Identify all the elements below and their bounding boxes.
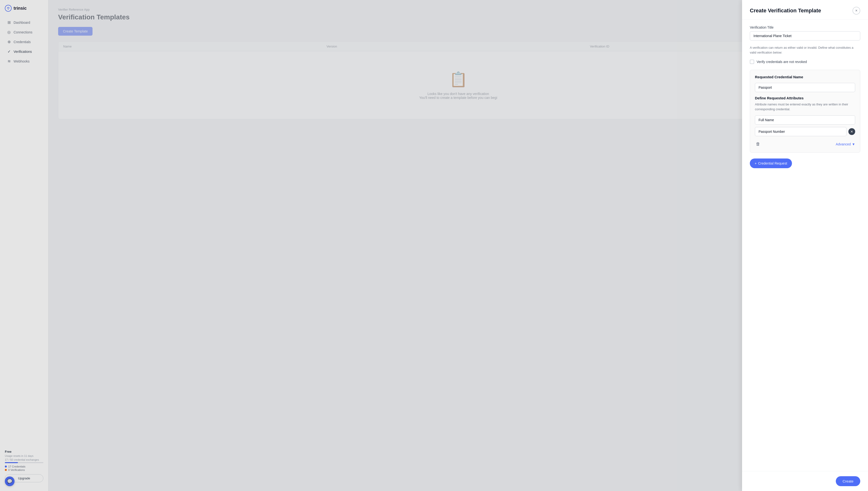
- attribute-row-passport: ✕: [755, 127, 855, 136]
- create-verification-drawer: Create Verification Template × Verificat…: [742, 0, 868, 491]
- drawer-header: Create Verification Template ×: [742, 0, 868, 20]
- verification-title-label: Verification Title: [750, 25, 860, 29]
- credential-card-footer: 🗑 Advanced ▼: [755, 139, 855, 148]
- define-attributes-title: Define Requested Attributes: [755, 96, 855, 100]
- revoked-checkbox-label: Verify credentials are not revoked: [756, 60, 807, 64]
- advanced-label: Advanced: [836, 142, 851, 146]
- attribute-input-passport[interactable]: [755, 127, 846, 136]
- requested-credential-name-label: Requested Credential Name: [755, 75, 855, 79]
- modal-overlay: [0, 0, 868, 491]
- add-credential-request-button[interactable]: + Credential Request: [750, 158, 792, 168]
- credential-request-card: Requested Credential Name Define Request…: [750, 70, 860, 153]
- advanced-button[interactable]: Advanced ▼: [836, 142, 855, 146]
- remove-passport-attribute-button[interactable]: ✕: [848, 128, 855, 135]
- drawer-body: Verification Title A verification can re…: [742, 20, 868, 471]
- revoked-checkbox-row: Verify credentials are not revoked: [750, 60, 860, 64]
- create-verification-template-button[interactable]: Create: [836, 476, 860, 486]
- define-attributes-desc: Attribute names must be entered exactly …: [755, 102, 855, 112]
- add-credential-label: Credential Request: [758, 162, 787, 165]
- verification-title-input[interactable]: [750, 31, 860, 40]
- remove-icon: ✕: [850, 129, 853, 134]
- drawer-footer: Create: [742, 471, 868, 491]
- attribute-input-fullname[interactable]: [755, 115, 855, 124]
- drawer-title: Create Verification Template: [750, 7, 821, 14]
- requested-credential-name-input[interactable]: [755, 83, 855, 92]
- attribute-row-fullname: [755, 115, 855, 124]
- plus-icon: +: [755, 162, 756, 165]
- close-icon: ×: [855, 8, 857, 13]
- chevron-down-icon: ▼: [852, 142, 855, 146]
- delete-credential-request-button[interactable]: 🗑: [755, 141, 761, 148]
- revoked-checkbox[interactable]: [750, 60, 754, 64]
- verification-description: A verification can return as either vali…: [750, 45, 860, 55]
- trash-icon: 🗑: [756, 142, 760, 146]
- close-drawer-button[interactable]: ×: [852, 7, 860, 15]
